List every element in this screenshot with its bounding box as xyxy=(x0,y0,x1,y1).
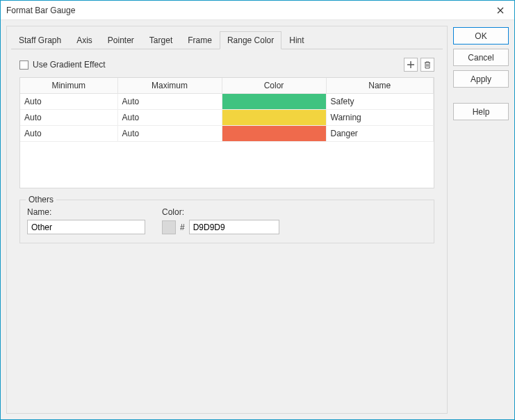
delete-row-button[interactable] xyxy=(420,58,434,72)
color-swatch xyxy=(222,126,326,141)
add-row-button[interactable] xyxy=(404,58,418,72)
tab-target[interactable]: Target xyxy=(142,31,180,49)
cell-color[interactable] xyxy=(222,94,326,110)
cell-maximum[interactable]: Auto xyxy=(117,126,222,142)
cancel-button[interactable]: Cancel xyxy=(453,49,509,66)
col-header-color[interactable]: Color xyxy=(222,78,326,94)
use-gradient-checkbox[interactable]: Use Gradient Effect xyxy=(19,60,106,70)
others-legend: Others xyxy=(26,195,56,204)
others-name-input[interactable] xyxy=(27,220,145,234)
cell-name[interactable]: Safety xyxy=(326,94,434,110)
others-color-field: Color: # xyxy=(162,207,279,234)
cell-color[interactable] xyxy=(222,126,326,142)
ok-button[interactable]: OK xyxy=(453,27,509,45)
titlebar: Format Bar Gauge xyxy=(1,1,514,20)
cell-minimum[interactable]: Auto xyxy=(20,126,117,142)
col-header-minimum[interactable]: Minimum xyxy=(20,78,117,94)
col-header-name[interactable]: Name xyxy=(326,78,434,94)
cell-name[interactable]: Danger xyxy=(326,126,434,142)
cell-minimum[interactable]: Auto xyxy=(20,94,117,110)
use-gradient-label: Use Gradient Effect xyxy=(33,60,106,70)
color-swatch xyxy=(222,94,326,109)
window-title: Format Bar Gauge xyxy=(6,6,491,15)
range-table: Minimum Maximum Color Name Auto Auto xyxy=(19,77,434,188)
tab-hint[interactable]: Hint xyxy=(281,31,311,49)
cell-maximum[interactable]: Auto xyxy=(117,110,222,126)
tab-axis[interactable]: Axis xyxy=(69,31,100,49)
table-row[interactable]: Auto Auto Warning xyxy=(20,110,434,126)
others-name-field: Name: xyxy=(27,207,145,234)
options-row: Use Gradient Effect xyxy=(19,58,434,72)
hash-label: # xyxy=(180,223,185,232)
help-button[interactable]: Help xyxy=(453,103,509,120)
tab-frame[interactable]: Frame xyxy=(180,31,220,49)
button-column: OK Cancel Apply Help xyxy=(453,26,509,414)
plus-icon xyxy=(407,60,415,69)
tab-strip: Staff Graph Axis Pointer Target Frame Ra… xyxy=(7,26,447,49)
cell-maximum[interactable]: Auto xyxy=(117,94,222,110)
trash-icon xyxy=(423,60,432,69)
table-toolbar xyxy=(404,58,434,72)
checkbox-box xyxy=(19,60,28,70)
others-color-swatch[interactable] xyxy=(162,220,176,234)
dialog-body: Staff Graph Axis Pointer Target Frame Ra… xyxy=(1,20,514,419)
close-icon xyxy=(497,7,504,14)
close-button[interactable] xyxy=(491,3,510,17)
tab-panel-range-color: Use Gradient Effect xyxy=(11,49,443,409)
table-row[interactable]: Auto Auto Danger xyxy=(20,126,434,142)
others-color-hex-input[interactable] xyxy=(189,220,279,234)
others-color-label: Color: xyxy=(162,207,279,217)
col-header-maximum[interactable]: Maximum xyxy=(117,78,222,94)
color-swatch xyxy=(222,110,326,125)
table-row[interactable]: Auto Auto Safety xyxy=(20,94,434,110)
tab-staff-graph[interactable]: Staff Graph xyxy=(11,31,69,49)
cell-color[interactable] xyxy=(222,110,326,126)
others-name-label: Name: xyxy=(27,207,145,217)
content-panel: Staff Graph Axis Pointer Target Frame Ra… xyxy=(6,26,448,414)
tab-range-color[interactable]: Range Color xyxy=(220,31,281,49)
cell-minimum[interactable]: Auto xyxy=(20,110,117,126)
others-group: Others Name: Color: # xyxy=(19,200,434,243)
table-header-row: Minimum Maximum Color Name xyxy=(20,78,434,94)
cell-name[interactable]: Warning xyxy=(326,110,434,126)
dialog-window: Format Bar Gauge Staff Graph Axis Pointe… xyxy=(0,0,515,420)
apply-button[interactable]: Apply xyxy=(453,70,509,88)
tab-pointer[interactable]: Pointer xyxy=(100,31,142,49)
